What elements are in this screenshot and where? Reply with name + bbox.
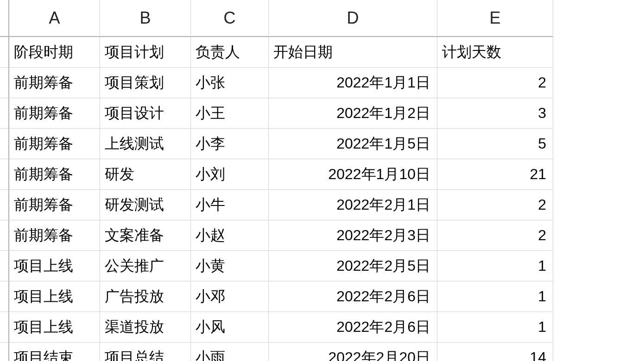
cell-plan[interactable]: 公关推广	[100, 251, 191, 281]
row-gutter[interactable]	[0, 190, 9, 220]
cell-days[interactable]: 1	[437, 281, 553, 312]
col-header-b[interactable]: B	[100, 0, 191, 37]
cell-plan[interactable]: 项目策划	[100, 68, 191, 98]
cell-phase[interactable]: 前期筹备	[9, 129, 100, 159]
cell-owner[interactable]: 小雨	[191, 342, 269, 361]
cell-phase[interactable]: 前期筹备	[9, 159, 100, 190]
cell-days[interactable]: 2	[437, 68, 553, 98]
cell-plan[interactable]: 研发测试	[100, 190, 191, 220]
col-header-a[interactable]: A	[9, 0, 100, 37]
row-gutter[interactable]	[0, 251, 9, 281]
cell-start-date[interactable]: 2022年2月6日	[269, 281, 437, 312]
cell-owner[interactable]: 小邓	[191, 281, 269, 312]
cell-phase[interactable]: 项目上线	[9, 251, 100, 281]
cell-phase[interactable]: 项目上线	[9, 312, 100, 342]
cell-plan[interactable]: 项目设计	[100, 98, 191, 129]
cell-owner[interactable]: 小刘	[191, 159, 269, 190]
cell-phase[interactable]: 前期筹备	[9, 190, 100, 220]
header-plan[interactable]: 项目计划	[100, 37, 191, 68]
cell-start-date[interactable]: 2022年1月1日	[269, 68, 437, 98]
cell-plan[interactable]: 上线测试	[100, 129, 191, 159]
row-gutter[interactable]	[0, 220, 9, 251]
cell-phase[interactable]: 前期筹备	[9, 220, 100, 251]
cell-start-date[interactable]: 2022年2月3日	[269, 220, 437, 251]
cell-owner[interactable]: 小黄	[191, 251, 269, 281]
cell-start-date[interactable]: 2022年1月10日	[269, 159, 437, 190]
cell-owner[interactable]: 小赵	[191, 220, 269, 251]
cell-start-date[interactable]: 2022年1月2日	[269, 98, 437, 129]
cell-days[interactable]: 5	[437, 129, 553, 159]
cell-phase[interactable]: 项目上线	[9, 281, 100, 312]
cell-days[interactable]: 2	[437, 190, 553, 220]
cell-start-date[interactable]: 2022年1月5日	[269, 129, 437, 159]
cell-owner[interactable]: 小张	[191, 68, 269, 98]
col-header-d[interactable]: D	[269, 0, 437, 37]
spreadsheet-grid[interactable]: A B C D E 阶段时期 项目计划 负责人 开始日期 计划天数 前期筹备 项…	[0, 0, 644, 361]
cell-days[interactable]: 14	[437, 342, 553, 361]
cell-owner[interactable]: 小牛	[191, 190, 269, 220]
cell-start-date[interactable]: 2022年2月5日	[269, 251, 437, 281]
row-gutter[interactable]	[0, 342, 9, 361]
cell-phase[interactable]: 前期筹备	[9, 98, 100, 129]
header-start-date[interactable]: 开始日期	[269, 37, 437, 68]
cell-plan[interactable]: 广告投放	[100, 281, 191, 312]
cell-start-date[interactable]: 2022年2月20日	[269, 342, 437, 361]
cell-owner[interactable]: 小李	[191, 129, 269, 159]
row-gutter[interactable]	[0, 281, 9, 312]
cell-days[interactable]: 21	[437, 159, 553, 190]
cell-plan[interactable]: 渠道投放	[100, 312, 191, 342]
cell-plan[interactable]: 项目总结	[100, 342, 191, 361]
header-owner[interactable]: 负责人	[191, 37, 269, 68]
cell-days[interactable]: 2	[437, 220, 553, 251]
cell-phase[interactable]: 前期筹备	[9, 68, 100, 98]
row-gutter[interactable]	[0, 37, 9, 68]
row-gutter[interactable]	[0, 129, 9, 159]
cell-days[interactable]: 3	[437, 98, 553, 129]
col-header-c[interactable]: C	[191, 0, 269, 37]
cell-plan[interactable]: 文案准备	[100, 220, 191, 251]
cell-start-date[interactable]: 2022年2月1日	[269, 190, 437, 220]
row-gutter[interactable]	[0, 98, 9, 129]
row-gutter[interactable]	[0, 68, 9, 98]
cell-days[interactable]: 1	[437, 251, 553, 281]
header-days[interactable]: 计划天数	[437, 37, 553, 68]
row-gutter[interactable]	[0, 312, 9, 342]
cell-owner[interactable]: 小风	[191, 312, 269, 342]
cell-owner[interactable]: 小王	[191, 98, 269, 129]
cell-phase[interactable]: 项目结束	[9, 342, 100, 361]
select-all-corner[interactable]	[0, 0, 9, 37]
row-gutter[interactable]	[0, 159, 9, 190]
col-header-e[interactable]: E	[437, 0, 553, 37]
cell-days[interactable]: 1	[437, 312, 553, 342]
header-phase[interactable]: 阶段时期	[9, 37, 100, 68]
cell-start-date[interactable]: 2022年2月6日	[269, 312, 437, 342]
cell-plan[interactable]: 研发	[100, 159, 191, 190]
